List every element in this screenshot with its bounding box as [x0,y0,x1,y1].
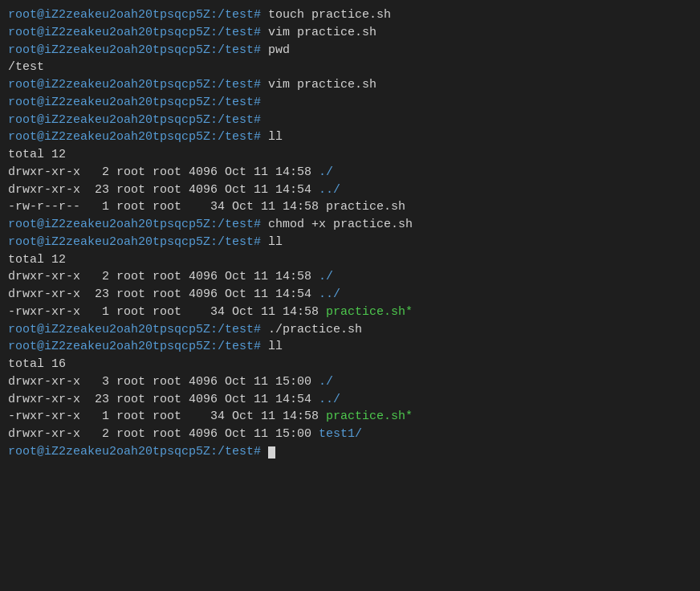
terminal-line: root@iZ2zeakeu2oah20tpsqcp5Z:/test# [8,443,692,461]
terminal-line: drwxr-xr-x 2 root root 4096 Oct 11 14:58… [8,164,692,181]
terminal-line: root@iZ2zeakeu2oah20tpsqcp5Z:/test# ll [8,128,692,146]
terminal-line: -rwxr-xr-x 1 root root 34 Oct 11 14:58 p… [8,304,692,321]
terminal-line: root@iZ2zeakeu2oah20tpsqcp5Z:/test# touc… [8,6,692,24]
terminal-line: total 12 [8,146,692,164]
terminal-line: root@iZ2zeakeu2oah20tpsqcp5Z:/test# [8,94,692,112]
terminal-line: -rwxr-xr-x 1 root root 34 Oct 11 14:58 p… [8,408,692,426]
terminal-line: drwxr-xr-x 23 root root 4096 Oct 11 14:5… [8,286,692,304]
terminal-line: root@iZ2zeakeu2oah20tpsqcp5Z:/test# vim … [8,76,692,94]
terminal-line: root@iZ2zeakeu2oah20tpsqcp5Z:/test# ll [8,234,692,251]
terminal-line: total 12 [8,251,692,269]
terminal-line: root@iZ2zeakeu2oah20tpsqcp5Z:/test# vim … [8,24,692,42]
terminal-line: root@iZ2zeakeu2oah20tpsqcp5Z:/test# pwd [8,42,692,59]
terminal-line: drwxr-xr-x 23 root root 4096 Oct 11 14:5… [8,391,692,409]
terminal-line: drwxr-xr-x 3 root root 4096 Oct 11 15:00… [8,373,692,391]
terminal-output: root@iZ2zeakeu2oah20tpsqcp5Z:/test# touc… [8,6,692,461]
terminal-line: drwxr-xr-x 2 root root 4096 Oct 11 15:00… [8,426,692,443]
terminal-line: /test [8,59,692,76]
terminal-line: root@iZ2zeakeu2oah20tpsqcp5Z:/test# chmo… [8,216,692,234]
terminal-line: root@iZ2zeakeu2oah20tpsqcp5Z:/test# [8,112,692,129]
cursor [268,446,275,459]
terminal-line: root@iZ2zeakeu2oah20tpsqcp5Z:/test# ./pr… [8,321,692,339]
terminal[interactable]: root@iZ2zeakeu2oah20tpsqcp5Z:/test# touc… [0,0,700,591]
terminal-line: total 16 [8,356,692,373]
terminal-line: drwxr-xr-x 2 root root 4096 Oct 11 14:58… [8,268,692,286]
terminal-line: -rw-r--r-- 1 root root 34 Oct 11 14:58 p… [8,198,692,216]
terminal-line: root@iZ2zeakeu2oah20tpsqcp5Z:/test# ll [8,338,692,356]
terminal-line: drwxr-xr-x 23 root root 4096 Oct 11 14:5… [8,181,692,199]
